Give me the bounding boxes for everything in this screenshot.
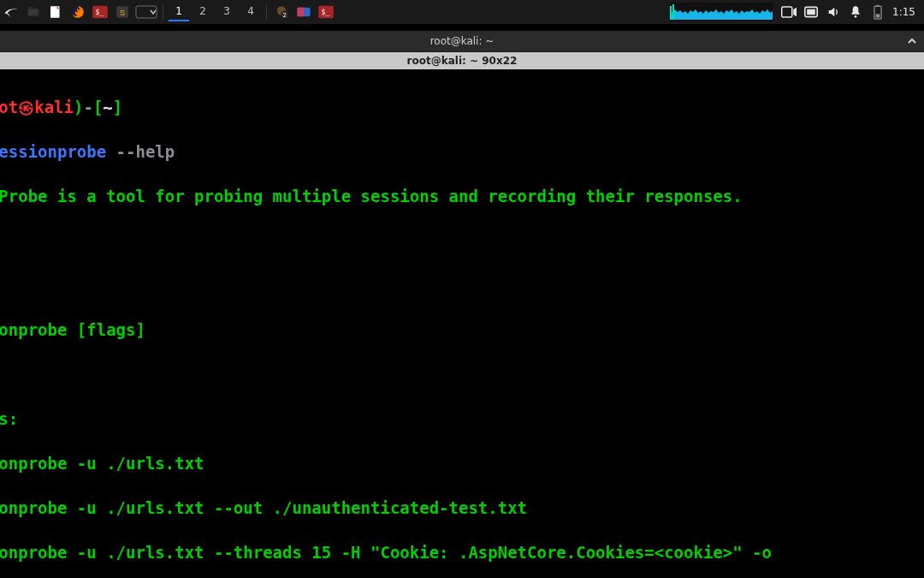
svg-rect-19 [670,6,672,20]
separator [163,4,163,20]
taskbar: $_ S 1 2 3 4 2 $_ [0,0,924,24]
tray-app-2-icon[interactable] [293,0,315,24]
svg-rect-24 [807,9,815,15]
svg-rect-2 [29,9,38,15]
tray-terminal-icon[interactable]: $_ [315,0,337,24]
workspace-1[interactable]: 1 [169,3,189,21]
window-titlebar[interactable]: root@kali: ~ [0,31,924,52]
network-graph[interactable] [670,3,773,21]
window-title: root@kali: ~ [430,35,495,47]
svg-rect-21 [782,7,792,17]
svg-text:S: S [120,9,125,17]
files-icon[interactable] [22,0,44,24]
workspace-3[interactable]: 3 [216,3,237,21]
workspace-label: 2 [199,5,206,17]
dropdown-icon[interactable] [133,0,159,24]
tray-app-1-icon[interactable]: 2 [270,0,293,24]
command-line: # sessionprobe --help [0,140,924,163]
terminal-icon[interactable]: $_ [89,0,111,24]
kali-menu-icon[interactable] [0,0,22,24]
battery-icon[interactable] [867,0,889,24]
firefox-icon[interactable] [67,0,89,24]
example-line: ssionprobe -u ./urls.txt --out ./unauthe… [0,497,924,519]
svg-rect-28 [876,14,880,17]
screen-record-icon[interactable] [778,0,800,24]
example-line: ssionprobe -u ./urls.txt --threads 15 -H… [0,541,924,563]
svg-marker-22 [793,8,797,17]
workspace-4[interactable]: 4 [240,3,261,21]
usage-header: e: [0,274,924,296]
svg-rect-15 [298,8,305,17]
terminal-window: root@kali: ~ root@kali: ~ 90x22 (root㉿ka… [0,31,924,578]
prompt-host: kali [34,98,74,116]
workspace-label: 1 [175,5,182,17]
notifications-icon[interactable] [844,0,867,24]
volume-icon[interactable] [822,0,844,24]
help-description: ionProbe is a tool for probing multiple … [0,185,924,207]
workspace-label: 4 [247,5,254,17]
prompt-cwd: ~ [103,98,112,116]
prompt-line: (root㉿kali)-[~] [0,96,924,118]
usage-line: ssionprobe [flags] [0,319,924,341]
workspace-overview-icon[interactable] [800,0,822,24]
clock-text: 1:15 [892,6,915,18]
prompt-user: root [0,98,18,116]
svg-rect-1 [27,7,33,9]
svg-rect-20 [672,4,674,20]
terminal-tab-title: root@kali: ~ 90x22 [407,55,518,67]
terminal-body[interactable]: (root㉿kali)-[~] # sessionprobe --help io… [0,69,924,578]
workspace-2[interactable]: 2 [192,3,213,21]
svg-rect-27 [876,5,879,7]
examples-header: ples: [0,408,924,430]
skull-icon: ㉿ [18,98,34,116]
svg-rect-10 [136,6,157,18]
window-up-icon[interactable] [905,34,919,48]
svg-text:2: 2 [283,12,287,19]
command-args: --help [106,142,175,161]
workspace-label: 3 [223,5,230,17]
separator [266,4,267,20]
svg-point-25 [855,15,857,18]
example-line: ssionprobe -u ./urls.txt [0,452,924,474]
terminal-tabbar[interactable]: root@kali: ~ 90x22 [0,52,924,69]
svg-text:$_: $_ [321,9,329,16]
text-editor-icon[interactable] [44,0,67,24]
command-name: sessionprobe [0,142,106,161]
svg-text:$_: $_ [95,9,104,16]
sublime-icon[interactable]: S [111,0,133,24]
clock[interactable]: 1:15 [889,6,924,18]
